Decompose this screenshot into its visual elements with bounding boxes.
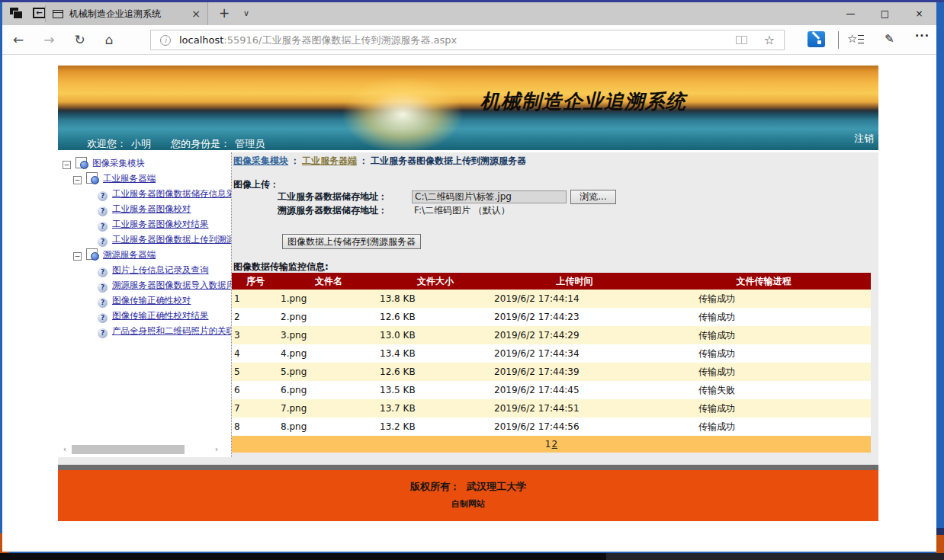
table-cell: 6 — [232, 381, 279, 399]
taskbar-tray-area[interactable] — [606, 553, 944, 560]
scrollbar-track[interactable] — [70, 444, 211, 455]
tree-link[interactable]: 溯源服务器端 — [103, 249, 156, 260]
scrollbar-thumb[interactable] — [72, 445, 185, 454]
desktop-wallpaper-fragment — [936, 535, 944, 553]
tree-link[interactable]: 溯源服务器图像数据导入数据库 — [112, 280, 231, 290]
tree-link[interactable]: 图像传输正确性校对结果 — [112, 310, 209, 321]
tree-link-current[interactable]: 工业服务器图像数据上传到溯源服务器 — [112, 234, 231, 245]
table-header-row: 序号文件名文件大小上传时间文件传输进程 — [232, 273, 871, 290]
url-path: :55916/工业服务器图像数据上传到溯源服务器.aspx — [223, 34, 457, 46]
tree-help-icon: ? — [98, 206, 108, 216]
tree-item: −工业服务器端 — [58, 171, 231, 186]
upload-section-label: 图像上传： — [233, 178, 279, 191]
transfer-monitor-table: 序号文件名文件大小上传时间文件传输进程11.png13.8 KB2019/6/2… — [232, 273, 871, 436]
table-row: 88.png13.2 KB2019/6/2 17:44:56传输成功 — [232, 418, 871, 436]
scroll-left-arrow-icon[interactable]: ‹ — [59, 444, 70, 455]
table-row: 66.png13.5 KB2019/6/2 17:44:45传输失败 — [232, 381, 871, 399]
tree-item: −溯源服务器端 — [58, 247, 231, 262]
tree-module-icon — [86, 172, 98, 184]
scroll-right-arrow-icon[interactable]: › — [211, 444, 222, 455]
breadcrumb-section-link[interactable]: 工业服务器端 — [302, 155, 357, 166]
table-row: 44.png13.4 KB2019/6/2 17:44:34传输成功 — [232, 344, 871, 363]
trace-address-value: F:\二维码图片 （默认） — [412, 204, 510, 217]
url-input[interactable]: i localhost:55916/工业服务器图像数据上传到溯源服务器.aspx… — [150, 30, 785, 50]
logout-link[interactable]: 注销 — [854, 132, 874, 146]
tree-item: ?产品全身照和二维码照片的关联 — [58, 323, 231, 338]
tree-help-icon: ? — [98, 298, 108, 308]
tree-link[interactable]: 图片上传信息记录及查询 — [112, 264, 209, 275]
tree-help-icon: ? — [98, 328, 108, 338]
monitor-info-label: 图像数据传输监控信息: — [233, 261, 329, 274]
set-aside-arrow-glyph: ← — [36, 8, 42, 17]
table-cell: 3.png — [279, 326, 378, 344]
role-label: 您的身份是： — [171, 138, 230, 149]
back-icon[interactable]: ← — [13, 32, 24, 47]
tree-item: ?图像传输正确性校对结果 — [58, 308, 231, 323]
table-cell: 传输成功 — [657, 418, 871, 436]
breadcrumb-module-link[interactable]: 图像采集模块 — [233, 155, 288, 166]
table-cell: 2019/6/2 17:44:51 — [493, 399, 657, 418]
tab-close-icon[interactable]: × — [191, 8, 201, 20]
set-tabs-aside-icon[interactable]: ← — [33, 8, 46, 18]
tree-link[interactable]: 图像采集模块 — [92, 158, 145, 168]
new-tab-button[interactable]: + — [219, 5, 230, 21]
site-title: 机械制造企业追溯系统 — [480, 88, 686, 115]
tree-help-icon: ? — [98, 237, 108, 247]
refresh-icon[interactable]: ↻ — [75, 32, 85, 47]
tree-item: ?图片上传信息记录及查询 — [58, 262, 231, 277]
welcome-bar: 欢迎您：小明您的身份是：管理员 — [87, 137, 269, 151]
welcome-label: 欢迎您： — [87, 138, 127, 149]
table-column-header: 上传时间 — [493, 273, 657, 290]
tree-item: ?工业服务器图像数据上传到溯源服务器 — [58, 232, 231, 247]
pager-page-2-link[interactable]: 2 — [552, 439, 558, 450]
table-cell: 2019/6/2 17:44:14 — [493, 290, 657, 308]
tree-link[interactable]: 工业服务器图像校对结果 — [112, 219, 209, 229]
table-cell: 2019/6/2 17:44:23 — [493, 308, 657, 326]
table-cell: 12.6 KB — [378, 363, 493, 381]
table-cell: 6.png — [279, 381, 378, 399]
table-cell: 1 — [232, 290, 279, 308]
tree-link[interactable]: 工业服务器图像数据储存信息采集 — [112, 188, 231, 199]
site-info-icon[interactable]: i — [160, 35, 171, 46]
window-minimize-button[interactable]: — — [833, 2, 868, 25]
table-cell: 传输失败 — [657, 381, 871, 399]
tab-list-chevron-icon[interactable]: ∨ — [243, 8, 249, 18]
table-cell: 3 — [232, 326, 279, 344]
footer-divider-bar — [58, 465, 878, 470]
web-note-pen-icon[interactable]: ✎ — [885, 32, 894, 46]
table-cell: 1.png — [279, 290, 378, 308]
hub-favorites-icon[interactable]: ☆ — [847, 32, 864, 46]
tree-collapse-icon[interactable]: − — [73, 176, 82, 184]
table-cell: 7 — [232, 399, 279, 418]
browse-button[interactable]: 浏览... — [570, 190, 616, 204]
sidebar-horizontal-scrollbar[interactable]: ‹ › — [59, 444, 222, 455]
extension-icon[interactable] — [808, 31, 825, 47]
table-cell: 2019/6/2 17:44:56 — [493, 418, 657, 436]
breadcrumb: 图像采集模块：工业服务器端：工业服务器图像数据上传到溯源服务器 — [233, 155, 526, 168]
table-cell: 4 — [232, 344, 279, 363]
upload-to-trace-server-button[interactable]: 图像数据上传储存到溯源服务器 — [282, 234, 421, 249]
forward-icon[interactable]: → — [43, 32, 54, 47]
home-icon[interactable]: ⌂ — [105, 32, 114, 47]
tree-item: ?图像传输正确性校对 — [58, 293, 231, 308]
tree-link[interactable]: 图像传输正确性校对 — [112, 295, 191, 306]
table-row: 33.png13.0 KB2019/6/2 17:44:29传输成功 — [232, 326, 871, 344]
tree-link[interactable]: 工业服务器图像校对 — [112, 203, 191, 214]
table-cell: 传输成功 — [657, 308, 871, 326]
reading-view-icon[interactable] — [736, 36, 747, 44]
more-options-icon[interactable]: ··· — [915, 30, 930, 42]
tree-link[interactable]: 产品全身照和二维码照片的关联 — [112, 325, 231, 336]
windows-taskbar[interactable] — [0, 553, 944, 560]
tree-collapse-icon[interactable]: − — [73, 252, 82, 261]
table-row: 11.png13.8 KB2019/6/2 17:44:14传输成功 — [232, 290, 871, 308]
desktop: ← 机械制造企业追溯系统 × + ∨ — □ × ← → ↻ ⌂ — [0, 0, 944, 560]
active-tab[interactable]: 机械制造企业追溯系统 × — [46, 2, 208, 25]
window-close-button[interactable]: × — [902, 2, 936, 25]
tree-link[interactable]: 工业服务器端 — [103, 173, 156, 184]
server-address-input[interactable] — [412, 190, 567, 203]
add-favorite-star-icon[interactable]: ☆ — [764, 33, 775, 47]
table-cell: 2 — [232, 308, 279, 326]
window-maximize-button[interactable]: □ — [868, 2, 902, 25]
tab-preview-icon[interactable] — [10, 8, 22, 18]
tree-collapse-icon[interactable]: − — [63, 161, 71, 169]
